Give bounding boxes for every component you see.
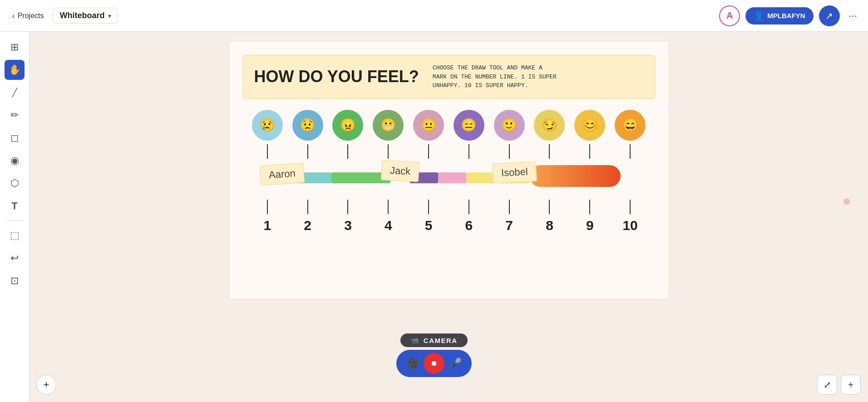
btick-col-9	[570, 200, 610, 214]
btick-col-7	[489, 200, 529, 214]
expand-button[interactable]: ⤢	[817, 375, 837, 395]
record-button[interactable]: ⏺	[424, 353, 444, 374]
tick-col-8	[529, 144, 570, 159]
tool-frames[interactable]: ⊞	[5, 37, 25, 57]
toolbar-divider	[6, 221, 23, 221]
num-col-3: 3	[328, 216, 368, 233]
tool-undo[interactable]: ↩	[5, 248, 25, 268]
add-button[interactable]: +	[841, 375, 861, 395]
avatar-letter: A	[726, 10, 733, 21]
invite-label: MPLBAFYN	[767, 12, 805, 20]
btick-col-5	[409, 200, 449, 214]
btick-1	[267, 200, 268, 214]
topbar: ‹ Projects Whiteboard ▾ A 👤 MPLBAFYN ↗ ·…	[0, 0, 868, 32]
tool-text[interactable]: T	[5, 196, 25, 216]
btick-7	[509, 200, 510, 214]
emoji-8: 😏	[534, 110, 565, 141]
btick-3	[347, 200, 348, 214]
number-1: 1	[264, 218, 271, 233]
tick-col-10	[610, 144, 651, 159]
tick-9	[589, 144, 590, 159]
invite-person-icon: 👤	[754, 11, 764, 21]
num-col-7: 7	[489, 216, 529, 233]
invite-button[interactable]: 👤 MPLBAFYN	[745, 7, 813, 25]
hand-icon: ✋	[9, 64, 21, 76]
tool-pencil[interactable]: ✏	[5, 105, 25, 125]
emoji-3: 😠	[332, 110, 363, 141]
emoji-2: 😟	[292, 110, 323, 141]
bar-orange	[530, 165, 621, 187]
emoji-5: 😐	[413, 110, 444, 141]
topbar-right: A 👤 MPLBAFYN ↗ ···	[719, 5, 861, 26]
btick-col-4	[368, 200, 409, 214]
num-col-5: 5	[409, 216, 449, 233]
back-button[interactable]: ‹ Projects	[7, 8, 48, 24]
btick-2	[307, 200, 308, 214]
emoji-4: 😬	[373, 110, 404, 141]
btick-col-1	[247, 200, 288, 214]
zoom-in-button[interactable]: +	[36, 375, 56, 395]
more-options-button[interactable]: ···	[845, 8, 861, 24]
fill-icon: ◉	[10, 155, 19, 167]
number-9: 9	[586, 218, 594, 233]
tick-col-4	[368, 144, 409, 159]
tick-col-9	[570, 144, 610, 159]
emoji-1: 😢	[252, 110, 283, 141]
num-col-1: 1	[247, 216, 288, 233]
tick-col-6	[449, 144, 489, 159]
tick-1	[267, 144, 268, 159]
tool-selection[interactable]: ⬚	[5, 226, 25, 245]
pencil-icon: ✏	[10, 109, 19, 121]
media-controls: 🎥 ⏺ 🎤	[396, 350, 472, 377]
tick-col-3	[328, 144, 368, 159]
btick-4	[388, 200, 389, 214]
num-col-8: 8	[529, 216, 570, 233]
eraser-icon: ◻	[10, 132, 19, 144]
sticker-isobel: Isobel	[492, 161, 537, 183]
sticker-area: Aaron Jack Isobel	[247, 159, 651, 200]
num-col-4: 4	[368, 216, 409, 233]
user-avatar[interactable]: A	[719, 5, 740, 26]
microphone-button[interactable]: 🎤	[444, 353, 466, 374]
tool-frame2[interactable]: ⊡	[5, 271, 25, 291]
tool-pen[interactable]: ╱	[5, 83, 25, 103]
btick-5	[428, 200, 429, 214]
tick-col-1	[247, 144, 288, 159]
tick-2	[307, 144, 308, 159]
tick-col-7	[489, 144, 529, 159]
text-icon: T	[11, 200, 17, 212]
bottom-tick-row	[243, 200, 655, 214]
tool-hand[interactable]: ✋	[5, 60, 25, 80]
num-col-9: 9	[570, 216, 610, 233]
record-icon: ⏺	[430, 359, 438, 368]
tick-7	[509, 144, 510, 159]
btick-col-8	[529, 200, 570, 214]
bottom-numbers: 1 2 3 4 5 6 7 8 9 10	[243, 216, 655, 233]
undo-icon: ↩	[10, 252, 19, 264]
btick-col-10	[610, 200, 651, 214]
number-10: 10	[622, 218, 637, 233]
shapes-icon: ⬡	[10, 177, 19, 189]
share-icon: ↗	[825, 10, 833, 21]
tick-3	[347, 144, 348, 159]
number-3: 3	[344, 218, 352, 233]
camera-icon: 📹	[410, 336, 420, 344]
header-box: HOW DO YOU FEEL? CHOOSE THE DRAW TOOL AN…	[243, 55, 655, 99]
bottom-right-controls: ⤢ +	[817, 375, 861, 395]
video-toggle-button[interactable]: 🎥	[402, 353, 424, 374]
emoji-6: 😑	[454, 110, 484, 141]
back-arrow-icon: ‹	[12, 10, 15, 21]
btick-6	[469, 200, 469, 214]
title-area[interactable]: Whiteboard ▾	[53, 8, 118, 24]
tool-eraser[interactable]: ◻	[5, 128, 25, 148]
tool-fill[interactable]: ◉	[5, 151, 25, 171]
decorative-dot	[843, 198, 850, 205]
tick-6	[469, 144, 469, 159]
bar-pink	[438, 172, 466, 183]
add-icon: +	[848, 380, 853, 390]
whiteboard: HOW DO YOU FEEL? CHOOSE THE DRAW TOOL AN…	[229, 41, 669, 299]
camera-label-pill: 📹 CAMERA	[400, 333, 467, 347]
share-button[interactable]: ↗	[819, 5, 840, 26]
tool-shapes[interactable]: ⬡	[5, 173, 25, 193]
num-col-6: 6	[449, 216, 489, 233]
